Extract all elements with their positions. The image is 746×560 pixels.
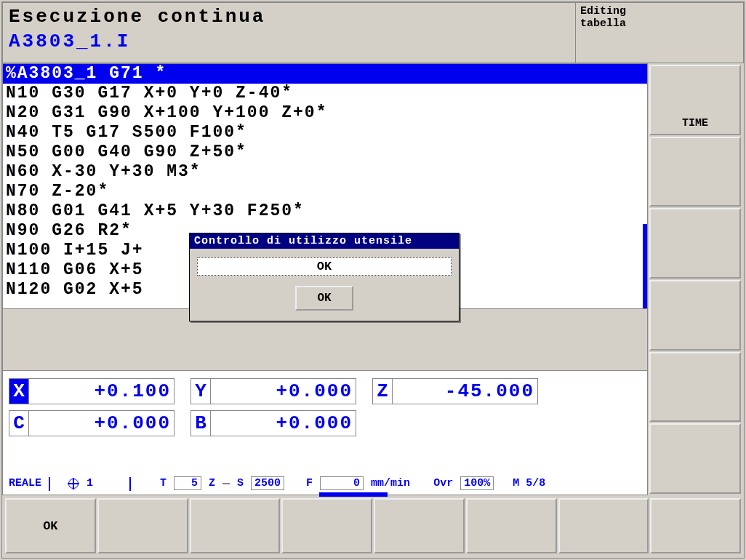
softkey-6[interactable] (466, 498, 557, 553)
position-cell: X+0.100 (9, 378, 175, 404)
tool-usage-dialog: Controllo di utilizzo utensile OK OK (189, 233, 460, 321)
t-label: T (160, 477, 167, 489)
code-line[interactable]: N40 T5 G17 S500 F100* (3, 123, 647, 143)
position-cell: Z-45.000 (372, 378, 538, 404)
f-unit: mm/min (371, 477, 410, 489)
softkey-5[interactable] (374, 498, 465, 553)
crosshair-icon (68, 478, 79, 489)
axis-value: -45.000 (393, 378, 538, 404)
tool-icon (129, 478, 141, 489)
datum-icon (49, 478, 60, 489)
code-line[interactable]: N10 G30 G17 X+0 Y+0 Z-40* (3, 84, 647, 103)
softkey-3[interactable] (190, 498, 281, 553)
mode-indicator: Editing tabella (575, 2, 744, 63)
z-label: Z (209, 477, 215, 489)
mode-line-1: Editing (580, 6, 739, 18)
axis-value: +0.000 (29, 410, 175, 436)
page-title: Esecuzione continua (9, 6, 569, 28)
axis-label: Z (372, 378, 393, 404)
axis-label: X (9, 378, 29, 404)
position-cell: B+0.000 (190, 410, 356, 436)
axis-value: +0.100 (29, 378, 175, 404)
axis-label: B (190, 410, 211, 436)
s-label: S (237, 477, 244, 489)
m-label: M 5/8 (513, 477, 545, 489)
axis-value: +0.000 (211, 378, 356, 404)
position-cell: Y+0.000 (190, 378, 356, 404)
dialog-title: Controllo di utilizzo utensile (190, 233, 459, 249)
code-line[interactable]: N20 G31 G90 X+100 Y+100 Z+0* (3, 103, 647, 123)
z-value (222, 483, 230, 484)
ok-softkey[interactable]: OK (5, 498, 96, 553)
softkey-4[interactable] (281, 498, 372, 553)
code-line[interactable]: N60 X-30 Y+30 M3* (3, 162, 647, 182)
position-cell: C+0.000 (9, 410, 175, 436)
softkey-8[interactable] (650, 498, 741, 553)
ovr-label: Ovr (433, 477, 453, 489)
code-line[interactable]: %A3803_1 G71 * (3, 64, 647, 84)
side-softkey-5[interactable] (649, 352, 741, 423)
status-line: REALE 1 T 5 Z S 2500 F 0mm/min (9, 476, 641, 492)
softkey-7[interactable] (558, 498, 649, 553)
side-softkey-1[interactable]: TIME (649, 65, 741, 135)
side-softkey-6[interactable] (649, 423, 741, 494)
code-line[interactable]: N70 Z-20* (3, 182, 647, 201)
ovr-value: 100% (460, 476, 494, 490)
s-value: 2500 (251, 476, 284, 490)
scrollbar-thumb[interactable] (643, 224, 647, 309)
status-mode: REALE (9, 477, 41, 489)
position-display: X+0.100Y+0.000Z-45.000 C+0.000B+0.000 RE… (2, 370, 648, 495)
code-line[interactable]: N50 G00 G40 G90 Z+50* (3, 143, 647, 162)
code-line[interactable]: N80 G01 G41 X+5 Y+30 F250* (3, 201, 647, 221)
header-left: Esecuzione continua A3803_1.I (2, 2, 575, 63)
t-value: 5 (174, 476, 201, 490)
f-value: 0 (320, 476, 364, 490)
softkey-2[interactable] (97, 498, 188, 553)
program-name: A3803_1.I (9, 31, 569, 52)
axis-label: Y (190, 378, 211, 404)
side-softkey-2[interactable] (649, 137, 741, 207)
wp-number: 1 (87, 477, 93, 489)
side-softkey-4[interactable] (649, 280, 741, 351)
axis-label: C (9, 410, 29, 436)
mode-line-2: tabella (580, 18, 739, 31)
f-label: F (306, 477, 313, 489)
softkey-page-indicator (319, 492, 388, 497)
side-softkey-3[interactable] (649, 208, 741, 279)
dialog-ok-button[interactable]: OK (295, 286, 353, 311)
axis-value: +0.000 (211, 410, 356, 436)
dialog-message: OK (197, 257, 452, 276)
